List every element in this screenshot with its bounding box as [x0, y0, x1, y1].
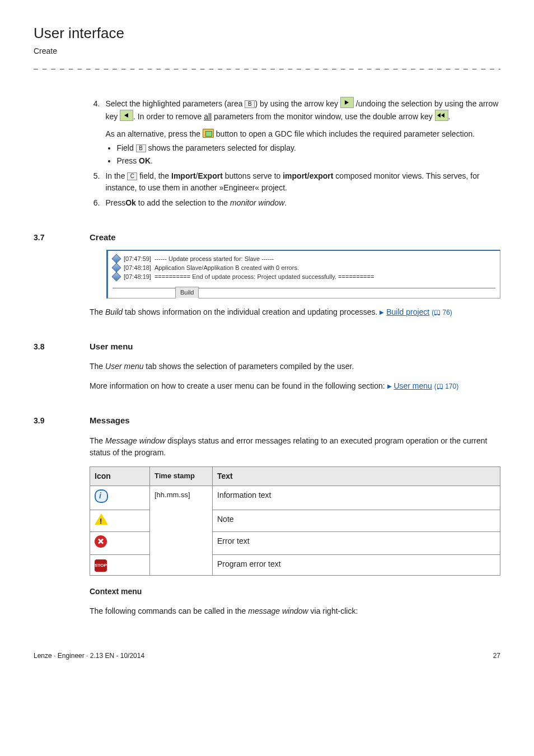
ok-label: Ok	[125, 198, 136, 207]
text: The	[90, 307, 105, 316]
text: Press	[105, 198, 125, 207]
footer-page-number: 27	[493, 651, 500, 661]
msg-program-error-text: Program error text	[213, 554, 500, 575]
field-chip-c: C	[127, 172, 137, 180]
text: Field	[116, 143, 135, 152]
message-window-label: message window	[248, 606, 308, 615]
build-project-link[interactable]: Build project	[386, 307, 429, 316]
text: The	[90, 436, 105, 445]
text: Select the highlighted parameters (area	[105, 99, 245, 108]
text: field, the	[137, 171, 171, 180]
stop-icon: STOP	[95, 559, 107, 572]
log-timestamp: [07:47:59]	[124, 254, 151, 263]
context-menu-heading: Context menu	[90, 586, 500, 598]
arrow-left-icon[interactable]	[120, 110, 133, 121]
text: In the	[105, 171, 127, 180]
info-icon	[95, 489, 108, 503]
build-log: [07:47:59]------ Update process started …	[106, 250, 500, 298]
text: .	[448, 112, 451, 121]
divider: – – – – – – – – – – – – – – – – – – – – …	[34, 63, 500, 74]
page-header: User interface Create	[34, 22, 500, 57]
page-number: 170	[445, 382, 456, 390]
text-all: all	[204, 112, 212, 121]
text: .	[151, 156, 153, 165]
import-label: Import	[171, 171, 196, 180]
text: button to open a GDC file which includes…	[214, 129, 475, 138]
arrow-right-icon[interactable]	[340, 97, 354, 108]
text: shows the parameters selected for displa…	[146, 143, 296, 152]
book-icon	[434, 309, 441, 316]
section-title-usermenu: User menu	[90, 340, 133, 353]
log-entry-icon	[113, 264, 120, 272]
text: The	[90, 362, 105, 371]
timestamp-cell: [hh.mm.ss]	[150, 486, 213, 575]
section-title-create: Create	[90, 231, 116, 244]
error-icon	[95, 535, 107, 548]
col-text: Text	[213, 466, 500, 486]
usermenu-line1: The User menu tab shows the selection of…	[90, 361, 500, 372]
triangle-icon: ▶	[380, 308, 384, 316]
footer-left: Lenze · Engineer · 2.13 EN - 10/2014	[34, 651, 144, 661]
open-file-icon[interactable]	[203, 129, 214, 138]
user-menu-label: User menu	[105, 362, 143, 371]
build-description: The Build tab shows information on the i…	[90, 306, 500, 318]
log-row: [07:48:19]========== End of update proce…	[113, 272, 495, 281]
warning-icon	[95, 514, 108, 525]
msg-note-text: Note	[213, 510, 500, 531]
text: buttons serve to	[223, 171, 283, 180]
messages-table: Icon Time stamp Text [hh.mm.ss] Informat…	[90, 466, 500, 576]
user-menu-link[interactable]: User menu	[394, 381, 432, 390]
messages-intro: The Message window displays status and e…	[90, 435, 500, 459]
page-subtitle: Create	[34, 45, 500, 57]
build-label: Build	[105, 307, 123, 316]
log-entry-icon	[113, 255, 120, 263]
page-title: User interface	[34, 22, 500, 44]
field-chip-b: B	[136, 144, 146, 152]
message-window-label: Message window	[105, 436, 165, 445]
monitor-window-label: monitor window	[230, 198, 284, 207]
section-title-messages: Messages	[90, 414, 130, 427]
step-4-alt: As an alternative, press the button to o…	[105, 128, 500, 140]
text: .	[284, 198, 287, 207]
text: . In order to remove	[133, 112, 204, 121]
msg-info-text: Information text	[213, 486, 500, 510]
text: parameters from the monitor window, use …	[212, 112, 434, 121]
export-label: Export	[198, 171, 222, 180]
step-5: In the C field, the Import/Export button…	[102, 170, 500, 194]
log-text: ------ Update process started for: Slave…	[154, 254, 274, 263]
log-timestamp: [07:48:18]	[124, 263, 151, 272]
page-number: 76	[443, 309, 450, 316]
text: Press	[116, 156, 139, 165]
log-text: ========== End of update process: Projec…	[154, 272, 374, 281]
text: tab shows information on the individual …	[123, 307, 380, 316]
build-tab[interactable]: Build	[175, 287, 199, 298]
log-row: [07:48:18]Application Slave/Applikation …	[113, 263, 495, 272]
text: via right-click:	[308, 606, 358, 615]
text: to add the selection to the	[136, 198, 230, 207]
text: The following commands can be called in …	[90, 606, 248, 615]
msg-error-text: Error text	[213, 531, 500, 554]
text: ) by using the arrow key	[255, 99, 340, 108]
ok-label: OK	[139, 156, 151, 165]
section-number-38: 3.8	[34, 341, 90, 353]
triangle-icon: ▶	[387, 382, 392, 390]
section-number-39: 3.9	[34, 415, 90, 427]
book-icon	[437, 382, 443, 390]
double-arrow-left-icon[interactable]	[435, 110, 448, 121]
text: More information on how to create a user…	[90, 381, 387, 390]
log-entry-icon	[113, 273, 120, 281]
log-row: [07:47:59]------ Update process started …	[113, 254, 495, 263]
step-4-bullet-1: Field B shows the parameters selected fo…	[116, 142, 500, 154]
log-text: Application Slave/Applikation B created …	[154, 263, 299, 272]
usermenu-line2: More information on how to create a user…	[90, 380, 500, 392]
step-4-bullet-2: Press OK.	[116, 155, 500, 167]
step-list: Select the highlighted parameters (area …	[90, 97, 500, 209]
step-6: PressOk to add the selection to the moni…	[102, 197, 500, 209]
text: tab shows the selection of parameters co…	[143, 362, 354, 371]
col-timestamp: Time stamp	[150, 466, 213, 486]
text: As an alternative, press the	[105, 129, 203, 138]
context-menu-line: The following commands can be called in …	[90, 605, 500, 617]
page-ref: ( 170)	[434, 382, 458, 390]
page-ref: ( 76)	[432, 309, 452, 316]
section-number-37: 3.7	[34, 232, 90, 244]
